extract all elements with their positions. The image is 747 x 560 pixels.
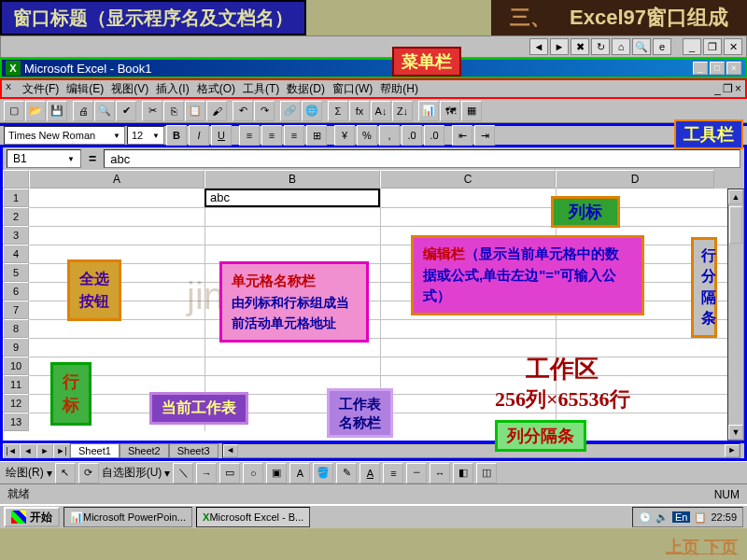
tab-last-icon[interactable]: ►| bbox=[53, 443, 70, 458]
cut-icon[interactable]: ✂ bbox=[142, 101, 162, 121]
print-icon[interactable]: 🖨 bbox=[73, 101, 93, 121]
fx-icon[interactable]: fx bbox=[349, 101, 370, 121]
doc-restore-button[interactable]: ❐ bbox=[723, 82, 733, 95]
shadow-icon[interactable]: ◧ bbox=[453, 463, 473, 483]
align-center-icon[interactable]: ≡ bbox=[261, 125, 282, 146]
web-icon[interactable]: 🌐 bbox=[302, 101, 322, 121]
row-header[interactable]: 5 bbox=[3, 263, 29, 282]
3d-icon[interactable]: ◫ bbox=[476, 463, 497, 483]
active-cell[interactable]: abc bbox=[204, 189, 380, 207]
horizontal-scrollbar[interactable]: ◄ ► bbox=[222, 443, 740, 458]
start-button[interactable]: 开始 bbox=[4, 507, 60, 527]
sheet-tab[interactable]: Sheet1 bbox=[70, 443, 120, 458]
ime-indicator[interactable]: En bbox=[672, 511, 690, 523]
maximize-button[interactable]: □ bbox=[710, 62, 725, 75]
indent-dec-icon[interactable]: ⇤ bbox=[452, 125, 472, 146]
restore-icon[interactable]: ❐ bbox=[703, 38, 722, 55]
line-icon[interactable]: ＼ bbox=[173, 463, 193, 483]
scroll-up-icon[interactable]: ▲ bbox=[728, 189, 743, 204]
merge-icon[interactable]: ⊞ bbox=[306, 125, 327, 146]
arrowstyle-icon[interactable]: ↔ bbox=[430, 463, 450, 483]
tab-next-icon[interactable]: ► bbox=[36, 443, 53, 458]
next-page-link[interactable]: 下页 bbox=[704, 538, 738, 556]
sum-icon[interactable]: Σ bbox=[328, 101, 348, 121]
row-header[interactable]: 6 bbox=[3, 282, 29, 301]
task-button[interactable]: X Microsoft Excel - B... bbox=[196, 507, 310, 527]
open-icon[interactable]: 📂 bbox=[25, 101, 46, 121]
row-header[interactable]: 1 bbox=[3, 189, 29, 207]
fill-icon[interactable]: 🪣 bbox=[313, 463, 333, 483]
underline-icon[interactable]: U bbox=[211, 125, 232, 146]
col-header-a[interactable]: A bbox=[29, 170, 204, 189]
tray-icon[interactable]: 🔊 bbox=[655, 511, 669, 524]
doc-close-button[interactable]: × bbox=[735, 82, 741, 95]
prev-page-link[interactable]: 上页 bbox=[666, 538, 699, 556]
home-icon[interactable]: ⌂ bbox=[612, 38, 630, 55]
row-header[interactable]: 13 bbox=[3, 413, 29, 431]
menu-help[interactable]: 帮助(H) bbox=[376, 81, 422, 97]
tray-icon[interactable]: 📋 bbox=[694, 511, 707, 524]
spell-icon[interactable]: ✔ bbox=[116, 101, 136, 121]
forward-icon[interactable]: ► bbox=[550, 38, 569, 55]
currency-icon[interactable]: ¥ bbox=[334, 125, 355, 146]
linecolor-icon[interactable]: ✎ bbox=[336, 463, 357, 483]
row-header[interactable]: 10 bbox=[3, 357, 29, 375]
tray-icon[interactable]: 🕒 bbox=[639, 511, 652, 524]
menu-insert[interactable]: 插入(I) bbox=[152, 81, 192, 97]
close-icon[interactable]: ✕ bbox=[724, 38, 742, 55]
preview-icon[interactable]: 🔍 bbox=[94, 101, 115, 121]
row-header[interactable]: 9 bbox=[3, 338, 29, 357]
close-button[interactable]: × bbox=[726, 62, 741, 75]
menu-format[interactable]: 格式(O) bbox=[193, 81, 239, 97]
scroll-thumb[interactable] bbox=[729, 206, 742, 244]
oval-icon[interactable]: ○ bbox=[243, 463, 263, 483]
save-icon[interactable]: 💾 bbox=[47, 101, 67, 121]
linestyle-icon[interactable]: ≡ bbox=[383, 463, 403, 483]
size-combo[interactable]: 12▼ bbox=[127, 126, 164, 145]
draw-menu[interactable]: 绘图(R) bbox=[6, 465, 44, 481]
inc-decimal-icon[interactable]: .0 bbox=[402, 125, 422, 146]
name-box[interactable]: B1▼ bbox=[7, 149, 81, 168]
minimize-button[interactable]: _ bbox=[693, 62, 708, 75]
sort-asc-icon[interactable]: A↓ bbox=[371, 101, 391, 121]
comma-icon[interactable]: , bbox=[379, 125, 400, 146]
pivot-icon[interactable]: ▦ bbox=[461, 101, 482, 121]
select-icon[interactable]: ↖ bbox=[55, 463, 76, 483]
dec-decimal-icon[interactable]: .0 bbox=[424, 125, 444, 146]
link-icon[interactable]: 🔗 bbox=[280, 101, 301, 121]
dash-icon[interactable]: ┄ bbox=[406, 463, 427, 483]
percent-icon[interactable]: % bbox=[357, 125, 377, 146]
menu-tools[interactable]: 工具(T) bbox=[239, 81, 283, 97]
chart-icon[interactable]: 📊 bbox=[418, 101, 439, 121]
italic-icon[interactable]: I bbox=[189, 125, 209, 146]
vertical-scrollbar[interactable]: ▲ ▼ bbox=[727, 189, 744, 441]
menu-data[interactable]: 数据(D) bbox=[283, 81, 329, 97]
doc-min-button[interactable]: _ bbox=[714, 82, 721, 95]
scroll-down-icon[interactable]: ▼ bbox=[728, 425, 743, 440]
new-icon[interactable]: ▢ bbox=[4, 101, 24, 121]
col-header-d[interactable]: D bbox=[556, 170, 714, 189]
back-icon[interactable]: ◄ bbox=[529, 38, 548, 55]
select-all-button[interactable] bbox=[3, 170, 29, 189]
align-left-icon[interactable]: ≡ bbox=[239, 125, 260, 146]
sheet-tab[interactable]: Sheet2 bbox=[120, 443, 169, 458]
min-icon[interactable]: _ bbox=[683, 38, 701, 55]
row-header[interactable]: 12 bbox=[3, 394, 29, 413]
system-tray[interactable]: 🕒 🔊 En 📋 22:59 bbox=[632, 507, 743, 527]
indent-inc-icon[interactable]: ⇥ bbox=[474, 125, 495, 146]
row-header[interactable]: 7 bbox=[3, 301, 29, 319]
row-header[interactable]: 8 bbox=[3, 319, 29, 338]
stop-icon[interactable]: ✖ bbox=[571, 38, 589, 55]
copy-icon[interactable]: ⎘ bbox=[163, 101, 184, 121]
col-header-b[interactable]: B bbox=[204, 170, 380, 189]
align-right-icon[interactable]: ≡ bbox=[284, 125, 304, 146]
slide-nav[interactable]: 上页 下页 bbox=[666, 536, 738, 558]
paste-icon[interactable]: 📋 bbox=[185, 101, 205, 121]
font-combo[interactable]: Times New Roman▼ bbox=[4, 126, 125, 145]
row-header[interactable]: 11 bbox=[3, 375, 29, 394]
row-header[interactable]: 4 bbox=[3, 245, 29, 263]
equals-button[interactable]: = bbox=[89, 151, 96, 166]
formula-input[interactable]: abc bbox=[104, 149, 740, 168]
refresh-icon[interactable]: ↻ bbox=[591, 38, 610, 55]
search-icon[interactable]: 🔍 bbox=[632, 38, 651, 55]
